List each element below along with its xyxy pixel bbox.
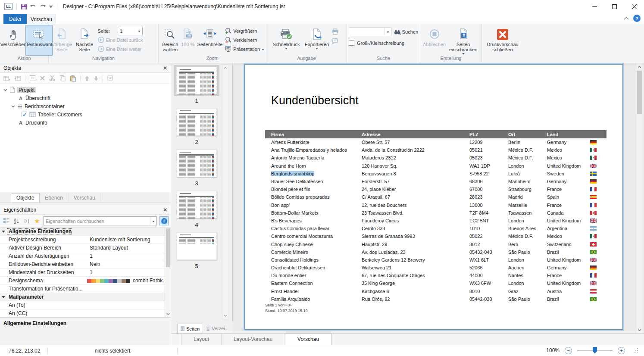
minimize-button[interactable] xyxy=(585,0,604,13)
properties-search-combobox[interactable]: Eigenschaften durchsuchen xyxy=(44,216,157,225)
report-table-row[interactable]: Antonio Moreno Taquería Mataderos 2312 0… xyxy=(265,154,606,162)
preview-scrollbar[interactable] xyxy=(636,63,642,333)
property-row[interactable]: Allgemeine Einstellungen xyxy=(0,228,171,236)
case-sensitive-checkbox-row[interactable]: Groß-/Kleinschreibung xyxy=(349,40,418,46)
report-table-row[interactable]: Blondel père et fils 24, place Kléber 67… xyxy=(265,185,606,193)
property-row[interactable]: Anzahl der Ausfertigungen 1 xyxy=(0,252,171,260)
property-grid-scrollbar[interactable] xyxy=(165,228,171,317)
tab-verzeichnis[interactable]: Verzei.. xyxy=(203,324,231,333)
report-table-row[interactable]: Blauer See Delikatessen Forsterstr. 57 6… xyxy=(265,178,606,185)
search-combobox[interactable] xyxy=(349,28,391,36)
scroll-down-icon[interactable] xyxy=(636,327,643,333)
property-row[interactable]: Projektbeschreibung Kundenliste mit Sort… xyxy=(0,236,171,244)
help-icon[interactable]: ? xyxy=(633,15,641,22)
property-row[interactable]: Designschema combit Farbk... xyxy=(0,277,171,285)
seitenbreite-button[interactable]: Seitenbreite xyxy=(196,25,224,56)
property-row[interactable]: An (To) xyxy=(0,301,171,309)
naechste-seite-button[interactable]: Nächste Seite xyxy=(74,25,96,56)
scroll-up-icon[interactable] xyxy=(222,65,228,71)
druckvorschau-schliessen-button[interactable]: Druckvorschau schließen xyxy=(484,25,521,56)
verschieben-button[interactable]: Verschieben xyxy=(2,25,25,56)
collapse-ribbon-icon[interactable] xyxy=(624,17,629,20)
chevron-down-icon[interactable] xyxy=(136,27,142,35)
eine-datei-weiter-button[interactable]: Eine Datei weiter xyxy=(98,44,157,53)
property-row[interactable]: Mindestzahl der Druckseiten 1 xyxy=(0,269,171,277)
app-logo-icon[interactable]: LL xyxy=(4,3,13,10)
report-table-row[interactable]: Comércio Mineiro Av. dos Lusíadas, 23 05… xyxy=(265,248,606,256)
tree-item-druckinfo[interactable]: A Druckinfo xyxy=(0,119,171,127)
report-table-row[interactable]: Bólido Comidas preparadas C/ Araquil, 67… xyxy=(265,193,606,201)
zoom-slider[interactable] xyxy=(577,350,613,351)
tab-vorschau-panel[interactable]: Vorschau xyxy=(69,193,101,202)
tab-vorschau[interactable]: Vorschau xyxy=(27,14,56,24)
new-table-icon[interactable] xyxy=(3,75,10,82)
report-table-row[interactable]: Cactus Comidas para llevar Cerrito 333 1… xyxy=(265,225,606,232)
report-table-row[interactable]: Drachenblut Delikatessen Walserweg 21 52… xyxy=(265,264,606,272)
zoom-in-button[interactable]: + xyxy=(618,347,625,354)
zoom-100-button[interactable]: 100 100 % xyxy=(181,25,195,56)
scroll-down-icon[interactable] xyxy=(165,311,171,317)
categorized-view-icon[interactable] xyxy=(2,217,10,225)
page-thumbnail[interactable]: 3 xyxy=(171,148,222,187)
properties-icon[interactable] xyxy=(29,75,36,81)
export-settings-icon[interactable] xyxy=(331,38,343,44)
thumbnail-scrollbar[interactable] xyxy=(222,64,229,319)
tab-layout[interactable]: Layout xyxy=(181,334,222,345)
move-up-icon[interactable] xyxy=(84,75,90,81)
tab-datei[interactable]: Datei xyxy=(3,14,27,24)
checkbox-checked-icon[interactable] xyxy=(22,112,27,117)
cut-icon[interactable] xyxy=(49,75,56,81)
report-table-row[interactable]: Eastern Connection 35 King George WX3 6F… xyxy=(265,279,606,287)
praesentation-button[interactable]: Präsentation xyxy=(225,44,264,53)
report-table-row[interactable]: Berglunds snabbköp Berguvsvägen 8 S-958 … xyxy=(265,170,606,178)
abbrechen-button[interactable]: Abbrechen xyxy=(422,25,446,56)
zoom-slider-thumb[interactable] xyxy=(593,347,597,354)
property-row[interactable]: An (CC) xyxy=(0,309,171,317)
seiten-einschraenken-button[interactable]: # Seiten einschränken xyxy=(447,25,479,56)
chevron-down-icon[interactable] xyxy=(150,217,156,225)
close-icon[interactable]: ✕ xyxy=(163,207,167,213)
zoom-out-button[interactable]: − xyxy=(565,347,572,354)
tab-layout-vorschau[interactable]: Layout-Vorschau xyxy=(222,334,285,345)
verkleinern-button[interactable]: Verkleinern xyxy=(225,35,264,44)
vergroessern-button[interactable]: Vergrößern xyxy=(225,26,264,35)
report-table-row[interactable]: Bottom-Dollar Markets 23 Tsawassen Blvd.… xyxy=(265,209,606,217)
report-table-row[interactable]: Ana Trujillo Emparedados y helados Avda.… xyxy=(265,146,606,154)
save-icon[interactable] xyxy=(21,3,27,10)
report-table-row[interactable]: Centro comercial Moctezuma Sierras de Gr… xyxy=(265,232,606,240)
exportieren-button[interactable]: Exportieren xyxy=(303,25,331,56)
report-table-row[interactable]: Du monde entier 67, rue des Cinquante Ot… xyxy=(265,272,606,279)
report-page[interactable]: Kundenübersicht Firma Adresse PLZ Ort La… xyxy=(244,64,623,330)
move-down-icon[interactable] xyxy=(94,75,99,81)
bereich-waehlen-button[interactable]: Bereich wählen xyxy=(161,25,180,56)
tab-vorschau-view[interactable]: Vorschau xyxy=(285,333,331,345)
favorites-star-icon[interactable]: ★ xyxy=(33,217,41,225)
report-table-row[interactable]: Ernst Handel Kirchgasse 6 8010 Graz Aust… xyxy=(265,287,606,295)
report-table-row[interactable]: Chop-suey Chinese Hauptstr. 29 3012 Bern… xyxy=(265,240,606,248)
expand-all-icon[interactable]: [+] xyxy=(23,217,31,225)
paste-icon[interactable] xyxy=(70,75,76,82)
property-row[interactable]: Transformation für Präsentatio... xyxy=(0,285,171,293)
sort-alphabetical-icon[interactable]: AZ xyxy=(13,217,20,225)
maximize-button[interactable] xyxy=(604,0,624,13)
eine-datei-zurueck-button[interactable]: Eine Datei zurück xyxy=(98,35,157,44)
copy-icon[interactable] xyxy=(59,75,66,81)
report-table-row[interactable]: B's Beverages Fauntleroy Circus EC2 5NT … xyxy=(265,217,606,225)
vorherige-seite-button[interactable]: Vorherige Seite xyxy=(51,25,73,56)
redo-icon[interactable] xyxy=(39,3,46,9)
property-row[interactable]: Aktiver Design-Bereich Standard-Layout xyxy=(0,244,171,252)
close-button[interactable] xyxy=(624,0,644,13)
print-icon[interactable] xyxy=(331,28,343,35)
tab-ebenen[interactable]: Ebenen xyxy=(40,193,68,202)
tree-item-projekt[interactable]: Projekt xyxy=(0,86,171,94)
report-table-row[interactable]: Familia Arquibaldo Rua Orós, 92 05442-03… xyxy=(265,295,606,303)
undo-icon[interactable] xyxy=(30,3,37,9)
property-row[interactable]: Mailparameter xyxy=(0,293,171,301)
report-table-row[interactable]: Bon app' 12, rue des Bouchers 13008 Mars… xyxy=(265,201,606,209)
tree-item-tabelle-customers[interactable]: Tabelle: Customers xyxy=(0,110,171,119)
insert-table-icon[interactable] xyxy=(14,75,21,82)
close-icon[interactable]: ✕ xyxy=(163,65,167,71)
tab-objekte[interactable]: Objekte xyxy=(11,193,40,202)
convert-table-icon[interactable] xyxy=(107,75,114,81)
page-thumbnail[interactable]: 1 xyxy=(171,65,222,104)
